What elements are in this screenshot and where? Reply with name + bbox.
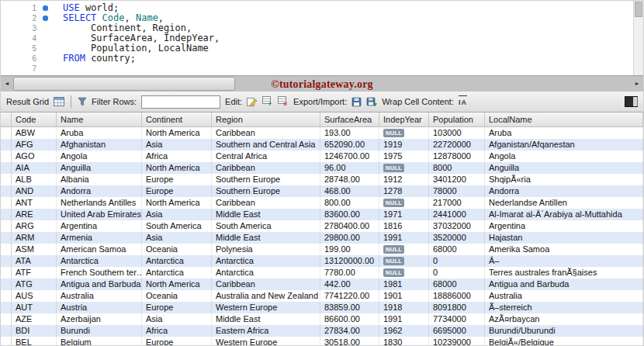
cell[interactable]: Polynesia xyxy=(212,244,320,255)
table-row[interactable]: AUSAustraliaOceaniaAustralia and New Zea… xyxy=(1,290,643,302)
table-row[interactable]: ANTNetherlands AntillesNorth AmericaCari… xyxy=(1,197,643,209)
cell[interactable]: Antarctica xyxy=(142,255,212,267)
table-row[interactable]: ATGAntigua and BarbudaNorth AmericaCarib… xyxy=(1,279,643,290)
row-selector[interactable] xyxy=(1,290,12,302)
cell[interactable]: Hajastan xyxy=(485,232,643,244)
cell[interactable]: ARM xyxy=(12,232,57,244)
cell[interactable]: 6695000 xyxy=(429,325,485,337)
cell[interactable]: Caribbean xyxy=(212,127,320,139)
cell[interactable]: Southern Europe xyxy=(212,185,320,197)
cell[interactable]: 78000 xyxy=(429,185,485,197)
cell[interactable]: 1975 xyxy=(379,151,429,162)
cell[interactable]: 1830 xyxy=(379,337,429,346)
cell[interactable]: 103000 xyxy=(429,127,485,139)
code-line[interactable]: 6FROM country; xyxy=(1,54,643,64)
cell[interactable]: 8000 xyxy=(429,162,485,174)
cell[interactable]: 10239000 xyxy=(429,337,485,346)
table-row[interactable]: BDIBurundiAfricaEastern Africa27834.0019… xyxy=(1,325,643,337)
cell[interactable]: 96.00 xyxy=(320,162,379,174)
cell[interactable]: 8091800 xyxy=(429,302,485,313)
insert-row-icon[interactable]: + xyxy=(262,95,273,108)
edit-record-icon[interactable] xyxy=(247,95,258,108)
cell[interactable]: Belgium xyxy=(57,337,142,346)
row-selector[interactable] xyxy=(1,151,12,162)
cell[interactable]: AzÃ¤rbaycan xyxy=(485,313,643,325)
cell[interactable]: 442.00 xyxy=(320,279,379,290)
cell[interactable]: 83600.00 xyxy=(320,209,379,220)
cell[interactable]: 468.00 xyxy=(320,185,379,197)
cell[interactable]: Middle East xyxy=(212,209,320,220)
cell[interactable]: ShqipÃ«ria xyxy=(485,174,643,185)
cell[interactable]: Caribbean xyxy=(212,197,320,209)
table-row[interactable]: ARMArmeniaAsiaMiddle East29800.001991352… xyxy=(1,232,643,244)
cell[interactable]: Antigua and Barbuda xyxy=(57,279,142,290)
cell[interactable]: United Arab Emirates xyxy=(57,209,142,220)
import-icon[interactable] xyxy=(366,95,377,108)
row-selector[interactable] xyxy=(1,174,12,185)
table-row[interactable]: AGOAngolaAfricaCentral Africa1246700.001… xyxy=(1,151,643,162)
cell[interactable]: Asia xyxy=(142,313,212,325)
cell[interactable]: Europe xyxy=(142,302,212,313)
cell[interactable]: 1278 xyxy=(379,185,429,197)
cell[interactable]: Oceania xyxy=(142,244,212,255)
cell[interactable]: 83859.00 xyxy=(320,302,379,313)
cell[interactable]: 3520000 xyxy=(429,232,485,244)
cell[interactable]: 30518.00 xyxy=(320,337,379,346)
cell[interactable]: NULL xyxy=(379,244,429,255)
cell[interactable]: AND xyxy=(12,185,57,197)
cell[interactable]: Asia xyxy=(142,209,212,220)
code-line[interactable]: 7 xyxy=(1,64,643,74)
cell[interactable]: Anguilla xyxy=(57,162,142,174)
column-header[interactable]: Name xyxy=(57,112,142,126)
cell[interactable]: Azerbaijan xyxy=(57,313,142,325)
column-header[interactable]: Population xyxy=(429,112,485,126)
cell[interactable]: Southern Europe xyxy=(212,174,320,185)
cell[interactable]: Nederlandse Antillen xyxy=(485,197,643,209)
cell[interactable]: 1981 xyxy=(379,279,429,290)
cell[interactable]: Ã–sterreich xyxy=(485,302,643,313)
cell[interactable]: 7741220.00 xyxy=(320,290,379,302)
cell[interactable]: 12878000 xyxy=(429,151,485,162)
scroll-right-arrow-icon[interactable]: ► xyxy=(631,76,643,92)
cell[interactable]: 1912 xyxy=(379,174,429,185)
cell[interactable]: ARE xyxy=(12,209,57,220)
cell[interactable]: Armenia xyxy=(57,232,142,244)
row-selector[interactable] xyxy=(1,139,12,151)
cell[interactable]: 29800.00 xyxy=(320,232,379,244)
table-row[interactable]: ALBAlbaniaEuropeSouthern Europe28748.001… xyxy=(1,174,643,185)
column-header[interactable]: SurfaceArea xyxy=(320,112,379,126)
cell[interactable]: Europe xyxy=(142,185,212,197)
cell[interactable]: Caribbean xyxy=(212,162,320,174)
cell[interactable]: Australia and New Zealand xyxy=(212,290,320,302)
cell[interactable]: 37032000 xyxy=(429,220,485,232)
export-icon[interactable] xyxy=(351,95,362,108)
column-header[interactable]: Continent xyxy=(142,112,212,126)
cell[interactable]: 652090.00 xyxy=(320,139,379,151)
cell[interactable]: 217000 xyxy=(429,197,485,209)
cell[interactable]: Antarctica xyxy=(57,255,142,267)
result-grid-icon[interactable] xyxy=(54,95,64,108)
cell[interactable]: 68000 xyxy=(429,244,485,255)
row-selector[interactable] xyxy=(1,220,12,232)
cell[interactable]: Angola xyxy=(57,151,142,162)
cell[interactable]: North America xyxy=(142,197,212,209)
cell[interactable]: Antarctica xyxy=(212,267,320,279)
cell[interactable]: 2780400.00 xyxy=(320,220,379,232)
column-header[interactable]: Region xyxy=(212,112,320,126)
cell[interactable]: 68000 xyxy=(429,279,485,290)
cell[interactable]: BDI xyxy=(12,325,57,337)
cell[interactable]: Andorra xyxy=(57,185,142,197)
cell[interactable]: Â– xyxy=(485,255,643,267)
cell[interactable]: NULL xyxy=(379,255,429,267)
cell[interactable]: North America xyxy=(142,162,212,174)
cell[interactable]: Angola xyxy=(485,151,643,162)
cell[interactable]: Aruba xyxy=(57,127,142,139)
column-header[interactable]: Code xyxy=(12,112,57,126)
cell[interactable]: Europe xyxy=(142,337,212,346)
cell[interactable]: 28748.00 xyxy=(320,174,379,185)
cell[interactable]: Middle East xyxy=(212,232,320,244)
table-row[interactable]: ASMAmerican SamoaOceaniaPolynesia199.00N… xyxy=(1,244,643,255)
cell[interactable]: 1991 xyxy=(379,313,429,325)
cell[interactable]: Antarctica xyxy=(142,267,212,279)
row-selector[interactable] xyxy=(1,185,12,197)
